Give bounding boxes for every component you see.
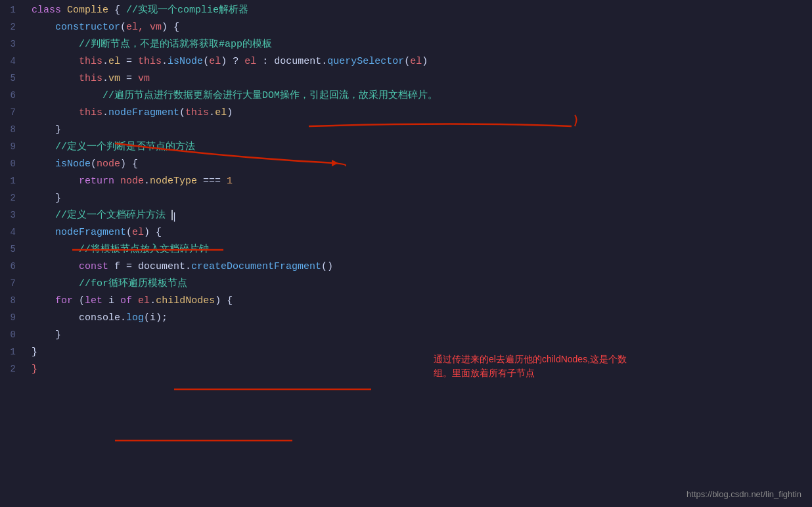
code-line-17: 7 //for循环遍历模板节点 <box>0 276 812 293</box>
line-content-5: this.vm = vm <box>26 71 812 87</box>
line-content-2: constructor(el, vm) { <box>26 20 812 36</box>
line-num-7: 7 <box>0 105 26 120</box>
line-content-1: class Complie { //实现一个complie解析器 <box>26 3 812 18</box>
code-line-18: 8 for (let i of el.childNodes) { <box>0 293 812 310</box>
footer-url: https://blog.csdn.net/lin_fightin <box>687 488 801 502</box>
line-content-7: this.nodeFragment(this.el) <box>26 105 812 121</box>
line-num-18: 8 <box>0 293 26 308</box>
line-num-2: 2 <box>0 20 26 34</box>
code-line-2: 2 constructor(el, vm) { <box>0 20 812 37</box>
line-content-20: } <box>26 327 812 343</box>
code-line-9: 9 //定义一个判断是否节点的方法 <box>0 139 812 157</box>
line-num-21: 1 <box>0 345 26 359</box>
line-content-18: for (let i of el.childNodes) { <box>26 293 812 309</box>
line-num-5: 5 <box>0 71 26 85</box>
code-line-7: 7 this.nodeFragment(this.el) <box>0 105 812 122</box>
line-content-21: } <box>26 345 812 360</box>
annotation-childnodes: 通过传进来的el去遍历他的childNodes,这是个数组。里面放着所有子节点 <box>434 352 627 380</box>
line-num-19: 9 <box>0 310 26 325</box>
code-line-22: 2 } <box>0 362 812 379</box>
line-num-17: 7 <box>0 276 26 291</box>
code-line-3: 3 //判断节点，不是的话就将获取#app的模板 <box>0 37 812 54</box>
code-editor: 1 class Complie { //实现一个complie解析器 2 con… <box>0 0 812 507</box>
line-content-12: } <box>26 191 812 206</box>
line-content-4: this.el = this.isNode(el) ? el : documen… <box>26 54 812 70</box>
code-line-1: 1 class Complie { //实现一个complie解析器 <box>0 3 812 20</box>
code-line-4: 4 this.el = this.isNode(el) ? el : docum… <box>0 54 812 71</box>
code-line-5: 5 this.vm = vm <box>0 71 812 88</box>
line-num-4: 4 <box>0 54 26 68</box>
line-num-11: 1 <box>0 174 26 188</box>
line-content-17: //for循环遍历模板节点 <box>26 276 812 292</box>
line-content-13: //定义一个文档碎片方法 | <box>26 208 812 224</box>
line-content-9: //定义一个判断是否节点的方法 <box>26 139 812 155</box>
line-content-15: //将模板节点放入文档碎片钟 <box>26 242 812 258</box>
code-line-10: 0 isNode(node) { <box>0 157 812 174</box>
code-line-14: 4 nodeFragment(el) { <box>0 225 812 242</box>
code-line-12: 2 } <box>0 191 812 208</box>
line-num-15: 5 <box>0 242 26 256</box>
code-line-13: 3 //定义一个文档碎片方法 | <box>0 208 812 225</box>
line-content-3: //判断节点，不是的话就将获取#app的模板 <box>26 37 812 53</box>
line-num-8: 8 <box>0 122 26 137</box>
code-line-19: 9 console.log(i); <box>0 310 812 327</box>
line-content-6: //遍历节点进行数据更新会进行大量DOM操作，引起回流，故采用文档碎片。 <box>26 88 812 104</box>
line-content-8: } <box>26 122 812 138</box>
code-line-21: 1 } <box>0 345 812 362</box>
line-content-19: console.log(i); <box>26 310 812 326</box>
code-line-8: 8 } <box>0 122 812 139</box>
line-num-9: 9 <box>0 139 26 154</box>
line-num-16: 6 <box>0 259 26 274</box>
line-content-14: nodeFragment(el) { <box>26 225 812 241</box>
line-num-20: 0 <box>0 327 26 342</box>
line-num-12: 2 <box>0 191 26 205</box>
line-num-13: 3 <box>0 208 26 222</box>
code-line-11: 1 return node.nodeType === 1 <box>0 174 812 191</box>
line-num-1: 1 <box>0 3 26 17</box>
line-content-11: return node.nodeType === 1 <box>26 174 812 189</box>
line-content-22: } <box>26 362 812 377</box>
code-line-15: 5 //将模板节点放入文档碎片钟 <box>0 242 812 259</box>
line-num-22: 2 <box>0 362 26 376</box>
line-content-16: const f = document.createDocumentFragmen… <box>26 259 812 275</box>
code-line-20: 0 } <box>0 327 812 345</box>
line-num-3: 3 <box>0 37 26 51</box>
code-line-6: 6 //遍历节点进行数据更新会进行大量DOM操作，引起回流，故采用文档碎片。 <box>0 88 812 105</box>
code-lines: 1 class Complie { //实现一个complie解析器 2 con… <box>0 0 812 507</box>
line-num-14: 4 <box>0 225 26 239</box>
line-num-10: 0 <box>0 157 26 171</box>
code-line-16: 6 const f = document.createDocumentFragm… <box>0 259 812 276</box>
line-content-10: isNode(node) { <box>26 157 812 172</box>
line-num-6: 6 <box>0 88 26 103</box>
